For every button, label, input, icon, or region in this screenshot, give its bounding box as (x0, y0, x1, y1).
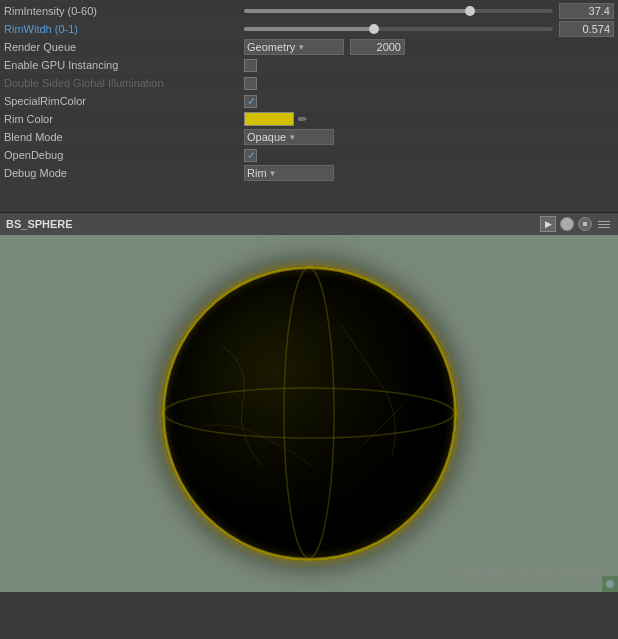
spacer (0, 182, 618, 210)
rim-color-edit-icon[interactable]: ✏ (298, 113, 307, 126)
svg-point-2 (606, 580, 614, 588)
double-circle-button[interactable] (578, 217, 592, 231)
open-debug-checkbox[interactable] (244, 149, 257, 162)
special-rim-color-row: SpecialRimColor (0, 92, 618, 110)
menu-button[interactable] (596, 219, 612, 230)
open-debug-control (244, 149, 614, 162)
play-button[interactable]: ▶ (540, 216, 556, 232)
debug-mode-control: Rim ▼ (244, 165, 614, 181)
rim-intensity-row: RimIntensity (0-60) 37.4 (0, 2, 618, 20)
circle-button[interactable] (560, 217, 574, 231)
preview-header: BS_SPHERE ▶ (0, 213, 618, 235)
render-queue-row: Render Queue Geometry ▼ 2000 (0, 38, 618, 56)
preview-panel: BS_SPHERE ▶ (0, 212, 618, 592)
rim-color-control: ✏ (244, 112, 614, 126)
render-queue-label: Render Queue (4, 41, 244, 53)
render-queue-dropdown[interactable]: Geometry ▼ (244, 39, 344, 55)
menu-line-2 (598, 224, 610, 225)
debug-mode-dropdown[interactable]: Rim ▼ (244, 165, 334, 181)
rim-width-label: RimWitdh (0-1) (4, 23, 244, 35)
blend-mode-label: Blend Mode (4, 131, 244, 143)
gpu-instancing-row: Enable GPU Instancing (0, 56, 618, 74)
rim-intensity-label: RimIntensity (0-60) (4, 5, 244, 17)
rim-intensity-control: 37.4 (244, 3, 614, 19)
debug-mode-dropdown-label: Rim (247, 167, 267, 179)
rim-intensity-slider-track[interactable] (244, 9, 553, 13)
gpu-instancing-checkbox[interactable] (244, 59, 257, 72)
double-sided-gi-checkbox[interactable] (244, 77, 257, 90)
menu-line-3 (598, 227, 610, 228)
render-queue-control: Geometry ▼ 2000 (244, 39, 614, 55)
blend-mode-dropdown[interactable]: Opaque ▼ (244, 129, 334, 145)
corner-svg (604, 578, 616, 590)
rim-width-value[interactable]: 0.574 (559, 21, 614, 37)
sphere-rim-light (162, 266, 457, 561)
blend-mode-control: Opaque ▼ (244, 129, 614, 145)
special-rim-color-checkbox[interactable] (244, 95, 257, 108)
render-queue-value[interactable]: 2000 (350, 39, 405, 55)
sphere-container (159, 264, 459, 564)
corner-icon (602, 576, 618, 592)
open-debug-label: OpenDebug (4, 149, 244, 161)
rim-intensity-value[interactable]: 37.4 (559, 3, 614, 19)
gpu-instancing-label: Enable GPU Instancing (4, 59, 244, 71)
open-debug-row: OpenDebug (0, 146, 618, 164)
render-queue-dropdown-arrow: ▼ (297, 43, 305, 52)
preview-title: BS_SPHERE (6, 218, 532, 230)
menu-line-1 (598, 221, 610, 222)
debug-mode-dropdown-arrow: ▼ (269, 169, 277, 178)
rim-color-row: Rim Color ✏ (0, 110, 618, 128)
special-rim-color-label: SpecialRimColor (4, 95, 244, 107)
preview-viewport: https://blog.csdn.net/yunman2012 (0, 235, 618, 592)
properties-panel: RimIntensity (0-60) 37.4 RimWitdh (0-1) … (0, 0, 618, 212)
rim-color-label: Rim Color (4, 113, 244, 125)
blend-mode-dropdown-arrow: ▼ (288, 133, 296, 142)
special-rim-color-control (244, 95, 614, 108)
rim-width-row: RimWitdh (0-1) 0.574 (0, 20, 618, 38)
rim-width-slider-track[interactable] (244, 27, 553, 31)
url-watermark: https://blog.csdn.net/yunman2012 (458, 569, 608, 580)
debug-mode-row: Debug Mode Rim ▼ (0, 164, 618, 182)
preview-controls: ▶ (540, 216, 612, 232)
rim-color-swatch[interactable] (244, 112, 294, 126)
double-sided-gi-row: Double Sided Global Illumination (0, 74, 618, 92)
double-sided-gi-control (244, 77, 614, 90)
double-sided-gi-label: Double Sided Global Illumination (4, 77, 244, 89)
debug-mode-label: Debug Mode (4, 167, 244, 179)
render-queue-dropdown-label: Geometry (247, 41, 295, 53)
blend-mode-row: Blend Mode Opaque ▼ (0, 128, 618, 146)
gpu-instancing-control (244, 59, 614, 72)
blend-mode-dropdown-label: Opaque (247, 131, 286, 143)
rim-width-control: 0.574 (244, 21, 614, 37)
